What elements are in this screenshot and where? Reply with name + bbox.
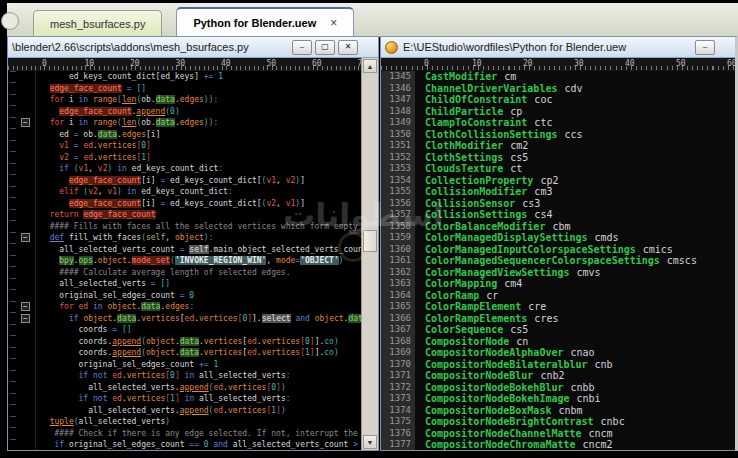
code-line[interactable]: v1 = ed.vertices[0] (8, 140, 362, 152)
tab-scroll-button[interactable] (1, 12, 19, 30)
code-line[interactable]: if not ed.vertices[0] in all_selected_ve… (8, 370, 362, 382)
wordfile-entry[interactable]: 1345CastModifiercm (381, 71, 735, 83)
code-line[interactable]: all_selected_verts.append(ed.vertices[0]… (8, 382, 362, 394)
code-line[interactable]: all_selected_verts_count = self.main_obj… (8, 244, 362, 256)
code-line[interactable]: − for ed in object.data.edges: (8, 301, 362, 313)
wordfile-entry[interactable]: 1349ClampToConstraintctc (381, 117, 735, 129)
code-line[interactable]: all_selected_verts.append(ed.vertices[1]… (8, 405, 362, 417)
abbreviation: cmvs (577, 267, 601, 279)
code-line[interactable]: − def fill_with_faces(self, object): (8, 232, 362, 244)
code-line[interactable]: original_sel_edges_count += 1 (8, 359, 362, 371)
code-line[interactable]: edge_face_count[i] = ed_keys_count_dict[… (8, 175, 362, 187)
wordfile-entry[interactable]: 1366ColorRampElementscres (381, 313, 735, 325)
tab-python-for-blender[interactable]: Python for Blender.uew × (176, 7, 354, 36)
wordfile-entry[interactable]: 1369CompositorNodeAlphaOvercnao (381, 347, 735, 359)
code-line[interactable]: bpy.ops.object.mode_set('INVOKE_REGION_W… (8, 255, 362, 267)
code-line[interactable]: coords = [] (8, 324, 362, 336)
class-name: ClothCollisionSettings (425, 129, 557, 141)
wordfile-entry[interactable]: 1374CompositorNodeBoxMaskcnbm (381, 405, 735, 417)
class-name: CompositorNodeChromaMatte (425, 439, 576, 450)
tab-mesh-bsurfaces[interactable]: mesh_bsurfaces.py (33, 10, 162, 36)
wordfile-code-area[interactable]: 1345CastModifiercm1346ChannelDriverVaria… (381, 71, 735, 450)
code-line[interactable]: if not ed.vertices[1] in all_selected_ve… (8, 393, 362, 405)
code-line[interactable]: tuple(all_selected_verts) (8, 416, 362, 428)
code-line[interactable]: coords.append(object.data.vertices[ed.ve… (8, 347, 362, 359)
line-number: 1363 (381, 278, 415, 290)
abbreviation: cnbb (570, 382, 594, 394)
scroll-down-icon[interactable]: ▼ (363, 435, 377, 449)
code-line[interactable]: − for i in range(len(ob.data.edges)): (8, 117, 362, 129)
code-line[interactable]: all_selected_verts = [] (8, 278, 362, 290)
code-line[interactable]: v2 = ed.vertices[1] (8, 152, 362, 164)
wordfile-entry[interactable]: 1356CollisionSensorcs3 (381, 198, 735, 210)
wordfile-entry[interactable]: 1347ChildOfConstraintcoc (381, 94, 735, 106)
code-line[interactable]: − if object.data.vertices[ed.vertices[0]… (8, 313, 362, 325)
left-pane-titlebar[interactable]: \blender\2.66\scripts\addons\mesh_bsurfa… (8, 37, 378, 58)
wordfile-entry[interactable]: 1357CollisionSettingscs4 (381, 209, 735, 221)
code-line[interactable]: edge_face_count.append(0) (8, 106, 362, 118)
wordfile-entry[interactable]: 1358ColorBalanceModifiercbm (381, 221, 735, 233)
wordfile-entry[interactable]: 1365ColorRampElementcre (381, 301, 735, 313)
code-line[interactable]: edge_face_count[i] = ed_keys_count_dict[… (8, 198, 362, 210)
code-line[interactable]: for i in range(len(ob.data.edges)): (8, 94, 362, 106)
fold-collapse-icon[interactable]: − (21, 233, 30, 242)
tab-close-icon[interactable]: × (330, 16, 337, 30)
scroll-up-icon[interactable]: ▲ (363, 59, 377, 73)
wordfile-entry[interactable]: 1348ChildParticlecp (381, 106, 735, 118)
fold-collapse-icon[interactable]: − (21, 118, 30, 127)
code-line[interactable]: if original_sel_edges_count == 0 and all… (8, 439, 362, 450)
code-line[interactable]: #### Check if there is any edge selected… (8, 428, 362, 440)
code-line[interactable]: elif (v2, v1) in ed_keys_count_dict: (8, 186, 362, 198)
fold-collapse-icon[interactable]: − (21, 314, 30, 323)
left-code-area[interactable]: ed_keys_count_dict[ed_keys] += 1 edge_fa… (8, 71, 362, 450)
code-line[interactable]: #### Calculate average length of selecte… (8, 267, 362, 279)
wordfile-entry[interactable]: 1360ColorManagedInputColorspaceSettingsc… (381, 244, 735, 256)
wordfile-entry[interactable]: 1362ColorManagedViewSettingscmvs (381, 267, 735, 279)
code-line[interactable]: if (v1, v2) in ed_keys_count_dict: (8, 163, 362, 175)
maximize-button[interactable]: ▢ (315, 40, 335, 55)
wordfile-entry[interactable]: 1354CollectionPropertycp2 (381, 175, 735, 187)
code-line[interactable]: ed_keys_count_dict[ed_keys] += 1 (8, 71, 362, 83)
wordfile-entry[interactable]: 1353CloudsTexturect (381, 163, 735, 175)
wordfile-entry[interactable]: 1370CompositorNodeBilateralblurcnb (381, 359, 735, 371)
fold-collapse-icon[interactable]: − (21, 302, 30, 311)
class-name: ColorSequence (425, 324, 503, 336)
minimize-button[interactable]: – (695, 40, 715, 55)
wordfile-entry[interactable]: 1368CompositorNodecn (381, 336, 735, 348)
code-line[interactable]: return edge_face_count (8, 209, 362, 221)
code-line[interactable]: coords.append(object.data.vertices[ed.ve… (8, 336, 362, 348)
wordfile-entry[interactable]: 1375CompositorNodeBrightContrastcnbc (381, 416, 735, 428)
close-button[interactable]: ✕ (338, 40, 358, 55)
wordfile-entry[interactable]: 1364ColorRampcr (381, 290, 735, 302)
right-pane-titlebar[interactable]: E:\UEStudio\wordfiles\Python for Blender… (381, 37, 735, 58)
wordfile-entry[interactable]: 1376CompositorNodeChannelMattecncm (381, 428, 735, 440)
wordfile-entry[interactable]: 1363ColorMappingcm4 (381, 278, 735, 290)
wordfile-entry[interactable]: 1373CompositorNodeBokehImagecnbi (381, 393, 735, 405)
wordfile-entry[interactable]: 1361ColorManagedSequencerColorspaceSetti… (381, 255, 735, 267)
wordfile-entry[interactable]: 1372CompositorNodeBokehBlurcnbb (381, 382, 735, 394)
line-number: 1371 (381, 370, 415, 382)
wordfile-entry[interactable]: 1377CompositorNodeChromaMattecncm2 (381, 439, 735, 450)
wordfile-entry[interactable]: 1371CompositorNodeBlurcnb2 (381, 370, 735, 382)
code-line[interactable]: ed = ob.data.edges[i] (8, 129, 362, 141)
code-line[interactable]: #### Fills with faces all the selected v… (8, 221, 362, 233)
code-line[interactable]: edge_face_count = [] (8, 83, 362, 95)
wordfile-entry[interactable]: 1346ChannelDriverVariablescdv (381, 83, 735, 95)
class-name: ColorBalanceModifier (425, 221, 545, 233)
wordfile-entry[interactable]: 1367ColorSequencecs5 (381, 324, 735, 336)
class-name: ColorRampElements (425, 313, 527, 325)
wordfile-entry[interactable]: 1359ColorManagedDisplaySettingscmds (381, 232, 735, 244)
wordfile-entry[interactable]: 1350ClothCollisionSettingsccs (381, 129, 735, 141)
line-number: 1354 (381, 175, 415, 187)
class-name: CollisionModifier (425, 186, 527, 198)
tab-label: Python for Blender.uew (193, 17, 316, 29)
class-name: ColorRamp (425, 290, 479, 302)
code-line[interactable]: original_sel_edges_count = 0 (8, 290, 362, 302)
left-vertical-scrollbar[interactable]: ▲ ▼ (361, 58, 378, 450)
right-pane-title: E:\UEStudio\wordfiles\Python for Blender… (403, 41, 695, 53)
wordfile-entry[interactable]: 1355CollisionModifiercm3 (381, 186, 735, 198)
scrollbar-thumb[interactable] (363, 230, 377, 252)
minimize-button[interactable]: – (292, 40, 312, 55)
wordfile-entry[interactable]: 1352ClothSettingscs5 (381, 152, 735, 164)
wordfile-entry[interactable]: 1351ClothModifiercm2 (381, 140, 735, 152)
